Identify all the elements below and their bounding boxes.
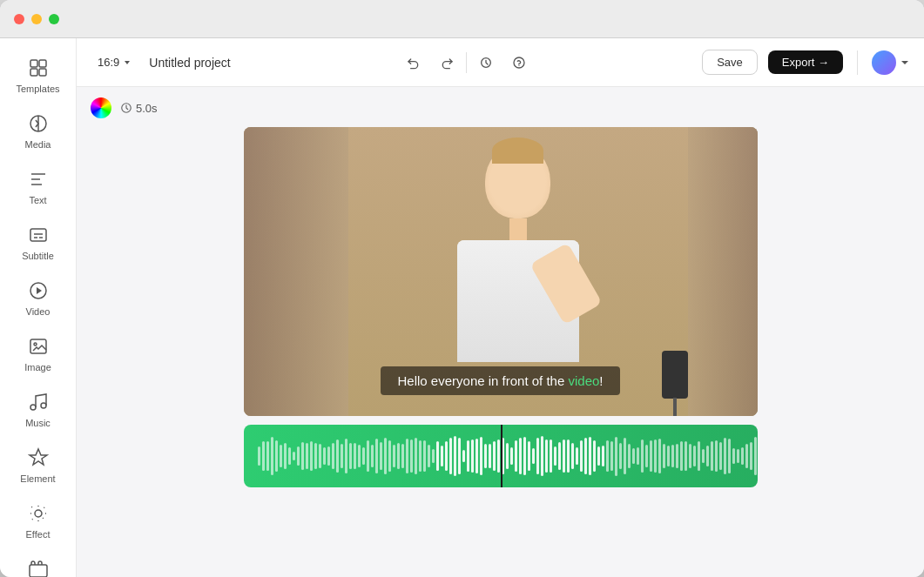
music-icon [26, 390, 51, 414]
sidebar-item-music-label: Music [25, 418, 51, 428]
svg-rect-14 [30, 565, 47, 577]
sidebar-item-tools[interactable]: Tools [5, 550, 71, 577]
person-figure [431, 144, 605, 371]
sidebar-item-text-label: Text [29, 195, 46, 205]
svg-rect-6 [30, 229, 46, 241]
save-button[interactable]: Save [702, 50, 758, 75]
sidebar-item-subtitle-label: Subtitle [22, 251, 54, 261]
image-icon [26, 334, 51, 359]
toolbar-actions [400, 49, 533, 77]
titlebar [0, 0, 924, 38]
sidebar: Templates Media Text [0, 38, 77, 577]
playhead [501, 425, 502, 487]
sidebar-item-element-label: Element [20, 473, 55, 484]
sidebar-item-effect-label: Effect [26, 529, 51, 540]
app-body: Templates Media Text [0, 38, 924, 577]
video-icon [26, 278, 51, 303]
tools-icon [26, 557, 51, 577]
person-hair [492, 138, 543, 164]
help-button[interactable] [505, 49, 533, 77]
close-button[interactable] [14, 14, 24, 24]
person-head [485, 144, 550, 218]
subtitle-icon [26, 223, 51, 247]
svg-point-16 [514, 57, 524, 68]
sidebar-item-text[interactable]: Text [5, 160, 71, 212]
color-wheel[interactable] [91, 97, 111, 118]
aspect-ratio-button[interactable]: 16:9 [91, 52, 138, 72]
timeline-track[interactable] [244, 425, 758, 487]
subtitle-overlay: Hello everyone in front of the video! [381, 366, 621, 395]
sidebar-item-video[interactable]: Video [5, 272, 71, 324]
svg-rect-0 [30, 60, 37, 67]
sidebar-item-effect[interactable]: Effect [5, 494, 71, 547]
subtitle-end: ! [599, 373, 603, 388]
svg-rect-1 [39, 60, 46, 67]
canvas-area: Hello everyone in front of the video! [91, 127, 910, 567]
svg-point-13 [35, 510, 42, 517]
effect-icon [26, 501, 51, 526]
editor-area: 5.0s [77, 87, 924, 577]
clock-icon [120, 102, 132, 114]
app-window: Templates Media Text [0, 0, 924, 577]
sidebar-item-image[interactable]: Image [5, 327, 71, 379]
timer-button[interactable] [472, 49, 500, 77]
sidebar-item-music[interactable]: Music [5, 383, 71, 435]
export-button[interactable]: Export → [768, 50, 843, 74]
text-icon [26, 167, 51, 191]
maximize-button[interactable] [49, 14, 59, 24]
sidebar-item-media-label: Media [25, 139, 51, 150]
subtitle-highlight: video [568, 373, 599, 388]
svg-marker-8 [37, 287, 42, 294]
svg-point-10 [34, 343, 37, 346]
svg-rect-9 [30, 339, 46, 353]
main-content: 16:9 Untitled project [77, 38, 924, 577]
aspect-ratio-label: 16:9 [98, 56, 119, 69]
sidebar-item-media[interactable]: Media [5, 104, 71, 157]
duration-label: 5.0s [136, 102, 158, 115]
duration-info: 5.0s [120, 102, 158, 115]
sidebar-item-element[interactable]: Element [5, 439, 71, 491]
user-profile[interactable] [872, 50, 910, 75]
avatar-divider [857, 50, 858, 75]
templates-icon [26, 56, 51, 80]
phone-device [662, 351, 688, 399]
sidebar-item-templates-label: Templates [16, 84, 59, 94]
tripod-stand [673, 398, 677, 416]
curtain-left [244, 127, 348, 416]
video-canvas: Hello everyone in front of the video! [244, 127, 758, 416]
redo-button[interactable] [433, 49, 461, 77]
person-neck [509, 218, 527, 240]
svg-rect-2 [30, 69, 37, 76]
sidebar-item-image-label: Image [24, 362, 51, 372]
toolbar: 16:9 Untitled project [77, 38, 924, 87]
svg-point-11 [30, 405, 36, 410]
avatar [872, 50, 896, 75]
project-title: Untitled project [149, 56, 230, 70]
sidebar-item-templates[interactable]: Templates [5, 49, 71, 101]
element-icon [26, 446, 51, 470]
curtain-right [688, 127, 758, 416]
sidebar-item-subtitle[interactable]: Subtitle [5, 216, 71, 268]
timeline-header: 5.0s [91, 97, 910, 118]
toolbar-divider [466, 52, 467, 73]
subtitle-text: Hello everyone in front of the [398, 373, 569, 388]
toolbar-inner: 16:9 Untitled project [91, 49, 910, 77]
sidebar-item-video-label: Video [26, 306, 51, 317]
undo-button[interactable] [400, 49, 428, 77]
svg-rect-3 [39, 69, 46, 76]
minimize-button[interactable] [31, 14, 42, 24]
media-icon [26, 111, 51, 136]
svg-point-12 [41, 403, 46, 408]
chevron-down-icon [900, 57, 910, 68]
